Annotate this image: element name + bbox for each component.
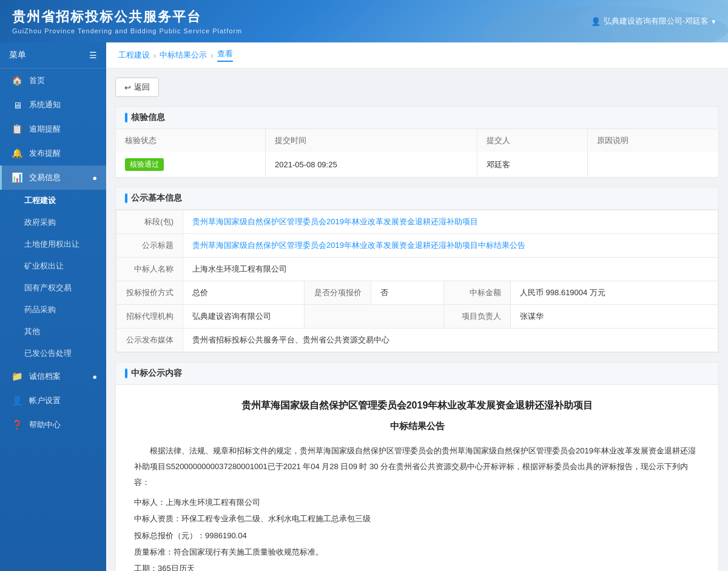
menu-icon[interactable]: ☰ xyxy=(89,50,97,60)
verify-col-status: 核验状态 xyxy=(116,129,266,152)
verify-submitter-cell: 邓廷客 xyxy=(477,152,588,177)
field-value-media: 贵州省招标投标公共服务平台、贵州省公共资源交易中心 xyxy=(183,329,718,352)
field-value-winner: 上海水生环境工程有限公司 xyxy=(183,258,718,281)
verify-col-submitter: 提交人 xyxy=(477,129,588,152)
breadcrumb-item-2[interactable]: 中标结果公示 xyxy=(160,50,207,61)
publish-icon: 🔔 xyxy=(11,148,23,159)
field-label-title: 公示标题 xyxy=(116,234,183,258)
sidebar: 菜单 ☰ 🏠 首页 🖥 系统通知 📋 逾期提醒 🔔 发布提醒 📊 交易信息 ● … xyxy=(0,42,106,571)
back-icon: ↩ xyxy=(124,83,131,92)
table-row: 投标报价方式 总价 是否分项报价 否 中标金额 人民币 998.619004 万… xyxy=(116,281,718,305)
table-row: 核验通过 2021-05-08 09:25 邓廷客 xyxy=(116,152,718,177)
home-icon: 🏠 xyxy=(11,75,23,86)
breadcrumb-sep-2: › xyxy=(211,51,213,60)
back-label: 返回 xyxy=(134,82,150,93)
header: 贵州省招标投标公共服务平台 GuiZhou Province Tendering… xyxy=(0,0,728,42)
logo: 贵州省招标投标公共服务平台 GuiZhou Province Tendering… xyxy=(12,8,242,35)
account-icon: 👤 xyxy=(11,395,23,406)
gov-label: 政府采购 xyxy=(24,217,56,228)
breadcrumb-item-1[interactable]: 工程建设 xyxy=(118,50,150,61)
user-icon: 👤 xyxy=(591,17,601,26)
sidebar-credit-label: 诚信档案 xyxy=(29,371,61,382)
sidebar-sub-state[interactable]: 国有产权交易 xyxy=(0,277,106,299)
breadcrumb-item-3: 查看 xyxy=(217,48,233,62)
field-value-item-bid: 否 xyxy=(371,281,444,305)
field-value-title: 贵州草海国家级自然保护区管理委员会2019年林业改革发展资金退耕还湿补助项目中标… xyxy=(183,234,718,258)
announce-line-4: 质量标准：符合国家现行有关施工质量验收规范标准。 xyxy=(134,545,700,559)
field-label-pm: 项目负责人 xyxy=(444,305,511,329)
field-value-bid-type: 总价 xyxy=(183,281,305,305)
basic-info-table: 标段(包) 贵州草海国家级自然保护区管理委员会2019年林业改革发展资金退耕还湿… xyxy=(116,210,718,352)
site-subtitle: GuiZhou Province Tendering and Bidding P… xyxy=(12,27,242,35)
field-label-item-bid: 是否分项报价 xyxy=(305,281,371,305)
field-value-amount: 人民币 998.619004 万元 xyxy=(511,281,718,305)
trade-icon: 📊 xyxy=(11,172,23,183)
title-link[interactable]: 贵州草海国家级自然保护区管理委员会2019年林业改革发展资金退耕还湿补助项目中标… xyxy=(192,241,525,250)
field-value-pm: 张谋华 xyxy=(511,305,718,329)
sidebar-sub-engineering[interactable]: 工程建设 xyxy=(0,190,106,212)
sidebar-item-credit[interactable]: 📁 诚信档案 ● xyxy=(0,364,106,389)
announce-lines: 中标人：上海水生环境工程有限公司 中标人资质：环保工程专业承包二级、水利水电工程… xyxy=(134,495,700,571)
table-row: 招标代理机构 弘典建设咨询有限公司 项目负责人 张谋华 xyxy=(116,305,718,329)
sidebar-item-home[interactable]: 🏠 首页 xyxy=(0,68,106,93)
verify-reason-cell xyxy=(588,152,718,177)
land-label: 土地使用权出让 xyxy=(24,239,79,250)
sidebar-item-account[interactable]: 👤 帐户设置 xyxy=(0,389,106,413)
user-menu[interactable]: 👤 弘典建设咨询有限公司-邓廷客 ▾ xyxy=(591,16,716,27)
sidebar-help-label: 帮助中心 xyxy=(29,419,61,430)
trade-arrow: ● xyxy=(92,173,97,182)
sidebar-sub-other[interactable]: 其他 xyxy=(0,321,106,342)
announce-line-5: 工期：365日历天 xyxy=(134,561,700,571)
verify-status-cell: 核验通过 xyxy=(116,152,266,177)
sidebar-overdue-label: 逾期提醒 xyxy=(29,124,61,135)
announce-section-header: 中标公示内容 xyxy=(116,362,718,385)
credit-icon: 📁 xyxy=(11,371,23,382)
username: 弘典建设咨询有限公司-邓廷客 xyxy=(604,16,709,27)
sidebar-sub-published[interactable]: 已发公告处理 xyxy=(0,342,106,364)
breadcrumb-sep-1: › xyxy=(153,51,156,60)
sidebar-sub-gov[interactable]: 政府采购 xyxy=(0,212,106,233)
sidebar-item-overdue[interactable]: 📋 逾期提醒 xyxy=(0,117,106,141)
verify-section: 核验信息 核验状态 提交时间 提交人 原因说明 xyxy=(115,106,719,178)
field-label-segment: 标段(包) xyxy=(116,210,183,234)
mineral-label: 矿业权出让 xyxy=(24,261,64,272)
field-value-segment: 贵州草海国家级自然保护区管理委员会2019年林业改革发展资金退耕还湿补助项目 xyxy=(183,210,718,234)
sidebar-notify-label: 系统通知 xyxy=(29,99,61,110)
sidebar-item-publish[interactable]: 🔔 发布提醒 xyxy=(0,141,106,165)
sidebar-sub-medicine[interactable]: 药品采购 xyxy=(0,299,106,321)
sidebar-sub-land[interactable]: 土地使用权出让 xyxy=(0,233,106,255)
sidebar-item-trade[interactable]: 📊 交易信息 ● xyxy=(0,165,106,190)
main-content: 工程建设 › 中标结果公示 › 查看 ↩ 返回 核验信息 核验状态 xyxy=(106,42,728,571)
announce-body: 贵州草海国家级自然保护区管理委员会2019年林业改革发展资金退耕还湿补助项目 中… xyxy=(116,385,718,571)
sidebar-home-label: 首页 xyxy=(29,75,45,86)
sidebar-item-help[interactable]: ❓ 帮助中心 xyxy=(0,413,106,437)
engineering-label: 工程建设 xyxy=(24,195,56,206)
field-label-winner: 中标人名称 xyxy=(116,258,183,281)
field-label-media: 公示发布媒体 xyxy=(116,329,183,352)
announce-section: 中标公示内容 贵州草海国家级自然保护区管理委员会2019年林业改革发展资金退耕还… xyxy=(115,362,719,571)
overdue-icon: 📋 xyxy=(11,124,23,135)
credit-arrow: ● xyxy=(92,372,97,381)
table-row: 标段(包) 贵州草海国家级自然保护区管理委员会2019年林业改革发展资金退耕还湿… xyxy=(116,210,718,234)
announce-sub-title: 中标结果公告 xyxy=(134,418,700,434)
announce-main-title: 贵州草海国家级自然保护区管理委员会2019年林业改革发展资金退耕还湿补助项目 xyxy=(134,397,700,415)
field-label-amount: 中标金额 xyxy=(444,281,511,305)
medicine-label: 药品采购 xyxy=(24,304,56,315)
sidebar-publish-label: 发布提醒 xyxy=(29,148,61,159)
sidebar-menu-header: 菜单 ☰ xyxy=(0,42,106,68)
back-button[interactable]: ↩ 返回 xyxy=(115,78,159,97)
dropdown-icon: ▾ xyxy=(712,17,716,26)
state-label: 国有产权交易 xyxy=(24,282,72,293)
announce-line-3: 投标总报价（元）：9986190.04 xyxy=(134,529,700,543)
table-row: 公示发布媒体 贵州省招标投标公共服务平台、贵州省公共资源交易中心 xyxy=(116,329,718,352)
table-row: 中标人名称 上海水生环境工程有限公司 xyxy=(116,258,718,281)
segment-link[interactable]: 贵州草海国家级自然保护区管理委员会2019年林业改革发展资金退耕还湿补助项目 xyxy=(192,217,478,226)
sidebar-account-label: 帐户设置 xyxy=(29,395,61,406)
verify-title: 核验信息 xyxy=(131,112,165,123)
status-badge: 核验通过 xyxy=(125,158,164,171)
other-label: 其他 xyxy=(24,326,40,337)
sidebar-item-notify[interactable]: 🖥 系统通知 xyxy=(0,93,106,117)
sidebar-sub-mineral[interactable]: 矿业权出让 xyxy=(0,255,106,277)
verify-table: 核验状态 提交时间 提交人 原因说明 核验通过 2021-05-08 09:25 xyxy=(116,129,718,177)
field-value-agency: 弘典建设咨询有限公司 xyxy=(183,305,305,329)
